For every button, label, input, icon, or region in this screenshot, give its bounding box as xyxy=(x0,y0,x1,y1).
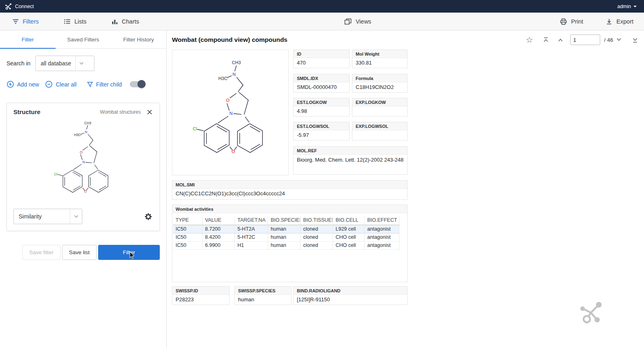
list-icon xyxy=(64,18,71,25)
database-select[interactable]: all database xyxy=(35,56,94,71)
filter-sidebar: Filter Saved Filters Filter History Sear… xyxy=(0,30,167,348)
field-label: SMDL.IDX xyxy=(294,74,349,82)
sidebar-tabs: Filter Saved Filters Filter History xyxy=(0,30,166,49)
go-last-record-button[interactable] xyxy=(632,37,638,43)
cell: 5-HT2C xyxy=(234,233,268,242)
filter-child-toggle[interactable] xyxy=(130,81,145,87)
record-count-label: / 46 xyxy=(604,37,613,43)
nav-lists-label: Lists xyxy=(74,18,86,25)
tab-filter-history[interactable]: Filter History xyxy=(111,30,166,48)
cell: IC50 xyxy=(173,233,202,242)
view-header: Wombat (compound view) compounds ☆ / 46 xyxy=(167,30,644,49)
field-label: SWISSP.ID xyxy=(172,287,229,295)
tab-saved-filters-label: Saved Filters xyxy=(67,37,99,43)
favorite-star-icon[interactable]: ☆ xyxy=(526,36,533,44)
field-formula: Formula C18H19ClN2O2 xyxy=(352,74,408,93)
field-id: ID 470 xyxy=(293,50,350,68)
filter-child-label: Filter child xyxy=(96,81,122,88)
field-value: Bioorg. Med. Chem. Lett. 12(2)-2002 243-… xyxy=(294,155,407,166)
cell: antagonist xyxy=(364,225,399,233)
cell: cloned xyxy=(300,225,333,233)
col-bio-cell[interactable]: BIO.CELL xyxy=(333,216,364,225)
add-new-label: Add new xyxy=(17,81,39,88)
go-first-record-button[interactable] xyxy=(543,37,549,43)
field-value: P28223 xyxy=(172,295,229,305)
close-icon[interactable] xyxy=(146,109,153,115)
col-type[interactable]: TYPE xyxy=(173,216,202,225)
tab-filter[interactable]: Filter xyxy=(0,30,56,48)
view-title: Wombat (compound view) compounds xyxy=(172,36,288,43)
col-target-name[interactable]: TARGET.NA xyxy=(234,216,268,225)
query-molecule xyxy=(43,117,124,206)
field-value: C18H19ClN2O2 xyxy=(352,82,407,92)
field-label: BIND.RADIOLIGAND xyxy=(294,287,407,295)
similarity-select-value: Similarity xyxy=(14,213,46,220)
field-est-logwsol: EST.LOGWSOL -5.97 xyxy=(293,122,350,140)
export-button[interactable]: Export xyxy=(605,18,633,25)
col-bio-tissues[interactable]: BIO.TISSUES xyxy=(300,216,333,225)
field-value: -5.97 xyxy=(294,130,349,140)
similarity-select[interactable]: Similarity xyxy=(13,209,82,224)
field-label: Mol Weight xyxy=(352,50,407,58)
views-button[interactable]: Views xyxy=(344,18,371,25)
cell: human xyxy=(268,242,300,250)
field-smdl-idx: SMDL.IDX SMDL-00000470 xyxy=(293,74,350,93)
next-record-button[interactable] xyxy=(616,37,622,42)
clear-all-button[interactable]: Clear all xyxy=(45,80,76,88)
cell: H1 xyxy=(234,242,268,250)
bar-chart-icon xyxy=(112,18,118,25)
table-row[interactable]: IC50 8.4200 5-HT2C human cloned CHO cell… xyxy=(173,233,399,242)
save-list-button[interactable]: Save list xyxy=(62,245,97,260)
chemaxon-watermark-logo xyxy=(578,300,605,326)
activities-title: Wombat activities xyxy=(172,205,407,213)
nav-lists[interactable]: Lists xyxy=(64,18,86,25)
nav-filters[interactable]: Filters xyxy=(12,18,39,25)
field-value: [125I]R-91150 xyxy=(294,295,407,305)
col-bio-effect[interactable]: BIO.EFFECT xyxy=(364,216,399,225)
nav-charts-label: Charts xyxy=(122,18,139,25)
field-est-logkow: EST.LOGKOW 4.98 xyxy=(293,98,350,117)
export-download-icon xyxy=(605,18,613,25)
field-value: CN(C)CC1CC2N(O1)c3cc(Cl)ccc3Oc4ccccc24 xyxy=(172,189,407,199)
cell: CHO cell xyxy=(333,233,364,242)
nav-charts[interactable]: Charts xyxy=(112,18,139,25)
cell: 8.7200 xyxy=(202,225,234,233)
col-value[interactable]: VALUE xyxy=(202,216,234,225)
filter-button[interactable]: Filter xyxy=(98,245,160,260)
filter-child-button[interactable]: Filter child xyxy=(87,81,122,88)
activities-table: TYPE VALUE TARGET.NA BIO.SPECIES BIO.TIS… xyxy=(173,216,399,250)
nav-filters-label: Filters xyxy=(23,18,39,25)
tab-filter-label: Filter xyxy=(21,37,34,43)
page-number-input[interactable] xyxy=(570,35,600,45)
tab-filter-history-label: Filter History xyxy=(123,37,154,43)
user-menu[interactable]: admin xyxy=(617,4,637,9)
export-label: Export xyxy=(616,18,633,25)
tab-saved-filters[interactable]: Saved Filters xyxy=(56,30,111,48)
gear-icon[interactable] xyxy=(144,212,153,221)
field-swissp-id: SWISSP.ID P28223 xyxy=(172,286,230,305)
field-value: 470 xyxy=(294,58,349,68)
cell: cloned xyxy=(300,242,333,250)
toggle-knob xyxy=(137,80,146,88)
add-circle-icon xyxy=(6,80,14,88)
database-select-value: all database xyxy=(36,60,75,67)
print-button[interactable]: Print xyxy=(560,18,583,25)
save-filter-button[interactable]: Save filter xyxy=(22,245,60,260)
structure-query-canvas[interactable] xyxy=(7,117,159,205)
field-label: ID xyxy=(294,50,349,58)
previous-record-button[interactable] xyxy=(557,37,564,42)
col-bio-species[interactable]: BIO.SPECIES xyxy=(268,216,300,225)
field-mol-weight: Mol Weight 330.81 xyxy=(352,50,408,68)
cell: cloned xyxy=(300,233,333,242)
field-bind-radioligand: BIND.RADIOLIGAND [125I]R-91150 xyxy=(293,286,408,305)
field-label: SWISSP.SPECIES xyxy=(235,287,291,295)
table-row[interactable]: IC50 6.9900 H1 human cloned CHO cell ant… xyxy=(173,242,399,250)
field-label: MOL.SMI xyxy=(172,181,407,189)
table-row[interactable]: IC50 8.7200 5-HT2A human cloned L929 cel… xyxy=(173,225,399,233)
field-value: SMDL-00000470 xyxy=(294,82,349,92)
cell: antagonist xyxy=(364,242,399,250)
compound-structure-field xyxy=(172,50,289,175)
field-label: EXP.LOGKOW xyxy=(352,98,407,106)
record-pager: ☆ / 46 xyxy=(526,35,638,45)
add-new-button[interactable]: Add new xyxy=(6,80,39,88)
